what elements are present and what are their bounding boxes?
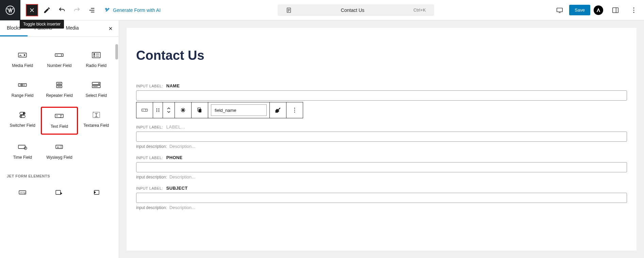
- toolbar-move-up[interactable]: [164, 107, 173, 110]
- block-form-break[interactable]: [78, 184, 115, 205]
- toolbar-clear-button[interactable]: [270, 102, 286, 118]
- close-inserter-button[interactable]: [106, 24, 115, 33]
- toolbar-copy-button[interactable]: [192, 102, 208, 118]
- select-field-icon: [92, 82, 101, 88]
- text-field-icon: [54, 113, 64, 119]
- svg-point-64: [156, 111, 158, 112]
- svg-rect-12: [613, 7, 618, 13]
- editor-canvas[interactable]: Contact Us INPUT LABEL: NAME: [119, 20, 644, 258]
- svg-point-68: [294, 108, 295, 109]
- generate-form-ai-button[interactable]: Generate Form with AI: [105, 7, 161, 13]
- svg-point-63: [159, 110, 160, 111]
- input-desc-placeholder[interactable]: Description...: [169, 174, 195, 179]
- input-desc-placeholder[interactable]: Description...: [169, 144, 195, 149]
- block-media-field[interactable]: Media Field: [4, 47, 41, 73]
- svg-point-70: [294, 112, 295, 113]
- toolbar-block-type-button[interactable]: [136, 102, 153, 118]
- text-input[interactable]: [136, 162, 627, 172]
- block-conditional[interactable]: [41, 184, 78, 205]
- wysiwyg-field-icon: BI: [54, 143, 64, 150]
- more-menu-button[interactable]: [628, 4, 640, 16]
- input-desc-prefix: input description:: [136, 144, 167, 149]
- svg-point-69: [294, 110, 295, 111]
- block-switcher-field[interactable]: Switcher Field: [4, 107, 41, 135]
- toolbar-drag-handle[interactable]: [153, 102, 163, 118]
- scrollbar[interactable]: [114, 20, 119, 258]
- block-number-field[interactable]: Number Field: [41, 47, 78, 73]
- toggle-block-inserter-button[interactable]: Toggle block inserter: [26, 4, 38, 16]
- ai-gen-label: Generate Form with AI: [113, 7, 161, 13]
- block-text-field[interactable]: Text Field: [41, 107, 78, 135]
- text-input[interactable]: [136, 132, 627, 142]
- redo-button[interactable]: [71, 4, 83, 16]
- document-title: Contact Us: [297, 7, 409, 13]
- settings-sidebar-button[interactable]: [609, 4, 622, 16]
- document-title-bar[interactable]: Contact Us Ctrl+K: [278, 4, 434, 16]
- form-break-icon: [92, 189, 101, 196]
- block-inserter-panel: Blocks Patterns Media Media Field Number…: [0, 20, 119, 258]
- block-range-field[interactable]: Range Field: [4, 77, 41, 103]
- toolbar-move-down[interactable]: [164, 110, 173, 114]
- document-overview-button[interactable]: [86, 4, 98, 16]
- toolbar-more-button[interactable]: [286, 102, 303, 118]
- input-label-value[interactable]: NAME: [166, 83, 180, 88]
- form-field-phone[interactable]: INPUT LABEL: PHONE input description: De…: [136, 155, 627, 179]
- toolbar-required-button[interactable]: [175, 102, 192, 118]
- svg-rect-10: [557, 8, 563, 12]
- edit-tool-button[interactable]: [41, 4, 53, 16]
- block-textarea-field[interactable]: Textarea Field: [78, 107, 115, 135]
- form-field-empty[interactable]: INPUT LABEL: LABEL... input description:…: [136, 124, 627, 149]
- form-field-subject[interactable]: INPUT LABEL: SUBJECT input description: …: [136, 186, 627, 210]
- range-field-icon: [18, 82, 27, 88]
- radio-field-icon: [92, 52, 101, 58]
- text-input[interactable]: [136, 193, 627, 203]
- block-select-field[interactable]: Select Field: [78, 77, 115, 103]
- svg-point-20: [24, 55, 25, 56]
- svg-point-43: [20, 116, 22, 117]
- block-wysiwyg-field[interactable]: BI Wysiwyg Field: [41, 139, 78, 165]
- time-field-icon: [18, 143, 27, 150]
- input-label-prefix: INPUT LABEL:: [136, 125, 163, 129]
- svg-point-41: [23, 113, 24, 114]
- wordpress-logo[interactable]: [0, 0, 20, 20]
- text-input[interactable]: [136, 90, 627, 101]
- svg-point-62: [156, 110, 158, 111]
- textarea-field-icon: [92, 111, 101, 118]
- undo-button[interactable]: [56, 4, 68, 16]
- svg-rect-56: [56, 190, 61, 194]
- svg-point-60: [156, 108, 158, 109]
- svg-point-31: [21, 84, 22, 86]
- svg-text:ACTION: ACTION: [20, 192, 26, 193]
- repeater-field-icon: [54, 82, 64, 88]
- block-repeater-field[interactable]: Repeater Field: [41, 77, 78, 103]
- input-label-prefix: INPUT LABEL:: [136, 186, 163, 190]
- svg-point-38: [99, 83, 99, 84]
- toolbar-move-buttons: [163, 102, 175, 118]
- save-button[interactable]: Save: [569, 5, 590, 15]
- svg-text:I: I: [59, 146, 60, 148]
- block-time-field[interactable]: Time Field: [4, 139, 41, 165]
- input-label-value[interactable]: PHONE: [166, 155, 183, 160]
- input-label-placeholder[interactable]: LABEL...: [166, 124, 185, 130]
- input-label-value[interactable]: SUBJECT: [166, 186, 188, 191]
- input-desc-placeholder[interactable]: Description...: [169, 205, 195, 210]
- block-toolbar: [136, 102, 303, 118]
- conditional-icon: [54, 189, 64, 196]
- svg-point-16: [633, 12, 634, 13]
- page-title[interactable]: Contact Us: [136, 48, 627, 63]
- svg-point-65: [159, 111, 160, 112]
- input-desc-prefix: input description:: [136, 175, 167, 179]
- view-button[interactable]: [554, 4, 566, 16]
- svg-rect-19: [18, 53, 27, 57]
- svg-rect-23: [92, 52, 100, 58]
- plugin-logo[interactable]: [594, 5, 603, 15]
- form-field-name[interactable]: INPUT LABEL: NAME: [136, 83, 627, 118]
- svg-point-14: [633, 7, 634, 8]
- document-icon: [286, 7, 292, 13]
- block-action-button[interactable]: ACTION: [4, 184, 41, 205]
- block-radio-field[interactable]: Radio Field: [78, 47, 115, 73]
- toolbar-field-name-input[interactable]: [211, 104, 267, 116]
- svg-rect-66: [199, 109, 201, 113]
- action-button-icon: ACTION: [18, 189, 27, 196]
- media-field-icon: [18, 52, 27, 58]
